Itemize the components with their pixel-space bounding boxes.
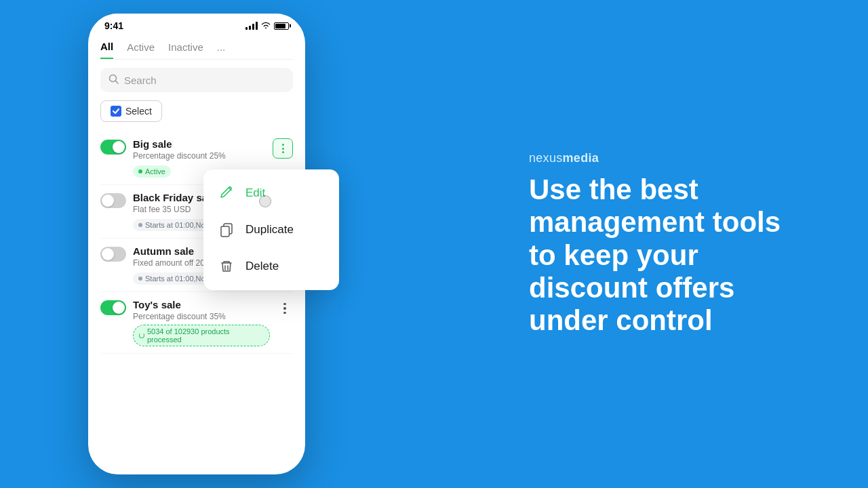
select-btn-inner[interactable]: Select — [100, 100, 162, 122]
discount-item-toys-sale: Toy's sale Percentage discount 35% 5034 … — [100, 292, 293, 354]
context-menu: Edit Duplicate Delete — [203, 169, 339, 290]
toggle-toys-sale[interactable] — [100, 300, 126, 315]
context-item-delete[interactable]: Delete — [203, 248, 339, 285]
trash-icon — [217, 257, 236, 276]
phone-notch — [156, 14, 237, 30]
svg-line-1 — [116, 81, 119, 84]
context-item-edit[interactable]: Edit — [203, 175, 339, 211]
tab-bar: All Active Inactive ... — [100, 35, 293, 60]
tab-all[interactable]: All — [100, 41, 113, 59]
item-info-toys-sale: Toy's sale Percentage discount 35% 5034 … — [133, 299, 270, 346]
brand-regular: nexus — [529, 151, 563, 165]
badge-big-sale: Active — [133, 165, 171, 178]
toggle-black-friday[interactable] — [100, 193, 126, 208]
duplicate-label: Duplicate — [245, 223, 294, 237]
pencil-icon — [217, 184, 236, 203]
checkbox-icon — [111, 106, 121, 117]
copy-icon — [217, 220, 236, 239]
item-name-big-sale: Big sale — [133, 138, 266, 150]
brand-bold: media — [563, 151, 599, 165]
search-icon — [108, 74, 119, 86]
badge-toys-sale: 5034 of 102930 products processed — [133, 325, 270, 346]
badge-text-toys-sale: 5034 of 102930 products processed — [147, 327, 264, 344]
brand-name: nexusmedia — [529, 151, 814, 165]
cursor-indicator — [259, 195, 271, 207]
promo-headline: Use the best management tools to keep yo… — [529, 174, 814, 337]
select-button[interactable]: Select — [100, 100, 293, 131]
signal-icon — [245, 22, 258, 30]
status-icons — [245, 21, 289, 30]
badge-dot-black-friday — [138, 223, 142, 227]
search-bar[interactable]: Search — [100, 68, 293, 92]
badge-dot-autumn-sale — [138, 277, 142, 281]
badge-text-big-sale: Active — [145, 167, 165, 176]
status-time: 9:41 — [104, 20, 123, 31]
delete-label: Delete — [245, 260, 279, 273]
menu-btn-big-sale[interactable] — [273, 138, 293, 159]
select-label: Select — [125, 106, 152, 117]
promo-section: nexusmedia Use the best management tools… — [529, 151, 814, 337]
item-name-toys-sale: Toy's sale — [133, 299, 270, 310]
wifi-icon — [261, 21, 271, 30]
three-dots-big-sale — [282, 144, 284, 153]
badge-dot-big-sale — [138, 169, 142, 174]
item-desc-big-sale: Percentage discount 25% — [133, 151, 266, 161]
tab-active[interactable]: Active — [127, 41, 155, 58]
menu-btn-toys-sale[interactable] — [277, 300, 293, 317]
tab-more[interactable]: ... — [217, 41, 226, 58]
item-desc-toys-sale: Percentage discount 35% — [133, 312, 270, 321]
tab-inactive[interactable]: Inactive — [168, 41, 203, 58]
search-placeholder: Search — [124, 75, 157, 86]
badge-spin-toys-sale — [139, 333, 144, 338]
toggle-autumn-sale[interactable] — [100, 247, 126, 262]
context-item-duplicate[interactable]: Duplicate — [203, 211, 339, 248]
toggle-big-sale[interactable] — [100, 140, 126, 155]
battery-icon — [274, 22, 289, 30]
svg-rect-3 — [221, 226, 229, 237]
